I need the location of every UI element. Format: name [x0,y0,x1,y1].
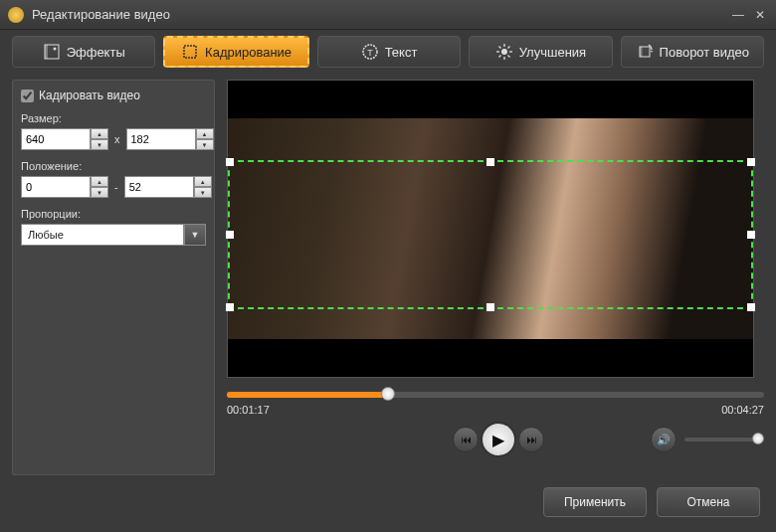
skip-forward-icon: ⏭ [526,434,537,445]
timeline-slider[interactable] [227,392,764,398]
crop-handle[interactable] [486,158,494,166]
volume-thumb[interactable] [752,433,764,444]
tab-label: Кадрирование [205,45,291,60]
pos-x-input[interactable] [21,176,91,198]
tab-label: Улучшения [519,45,586,60]
enhance-icon [495,43,513,61]
tab-crop[interactable]: Кадрирование [163,36,308,68]
crop-handle[interactable] [747,231,755,239]
window-buttons: — ✕ [730,7,768,23]
crop-handle[interactable] [747,303,755,311]
apply-button[interactable]: Применить [543,487,647,517]
svg-marker-17 [651,51,653,53]
minimize-button[interactable]: — [730,7,746,23]
effects-icon [43,43,61,61]
tab-label: Текст [385,45,418,60]
svg-rect-1 [45,45,48,59]
width-input[interactable] [21,128,91,150]
up-arrow-icon[interactable]: ▲ [91,128,108,139]
crop-checkbox[interactable] [21,89,34,102]
position-label: Положение: [21,160,206,172]
next-button[interactable]: ⏭ [518,427,544,452]
up-arrow-icon[interactable]: ▲ [194,176,212,187]
play-button[interactable]: ▶ [481,422,516,457]
crop-checkbox-label: Кадировать видео [39,89,140,102]
volume-button[interactable]: 🔊 [651,427,677,452]
down-arrow-icon[interactable]: ▼ [196,139,214,150]
position-separator: - [112,181,120,193]
svg-rect-16 [640,47,643,57]
window-title: Редактирование видео [32,7,730,22]
up-arrow-icon[interactable]: ▲ [91,176,108,187]
svg-line-13 [498,56,500,58]
tab-label: Эффекты [67,45,125,60]
height-input[interactable] [126,128,196,150]
size-row: ▲▼ x ▲▼ [21,128,206,150]
volume-slider[interactable] [684,438,764,442]
crop-rectangle[interactable] [228,160,753,309]
prev-button[interactable]: ⏮ [453,427,479,452]
crop-panel: Кадировать видео Размер: ▲▼ x ▲▼ Положен… [12,80,215,475]
current-time: 00:01:17 [227,404,270,416]
preview-area: 00:01:17 00:04:27 ⏮ ▶ ⏭ 🔊 [227,80,764,475]
position-row: ▲▼ - ▲▼ [21,176,206,198]
up-arrow-icon[interactable]: ▲ [196,128,214,139]
timeline-thumb[interactable] [381,387,395,401]
crop-handle[interactable] [226,158,234,166]
titlebar: Редактирование видео — ✕ [0,0,776,30]
skip-back-icon: ⏮ [461,434,472,445]
ratio-value[interactable]: Любые [21,224,184,246]
svg-line-11 [498,47,500,49]
speaker-icon: 🔊 [657,434,671,446]
timeline-progress [227,392,388,398]
time-row: 00:01:17 00:04:27 [227,404,764,416]
crop-handle[interactable] [486,303,494,311]
down-arrow-icon[interactable]: ▼ [194,187,212,198]
play-icon: ▶ [492,431,504,449]
height-spinner[interactable]: ▲▼ [126,128,214,150]
crop-icon [181,43,199,61]
tab-bar: Эффекты Кадрирование T Текст Улучшения П… [0,30,776,74]
rotate-icon [636,43,654,61]
size-separator: x [112,133,122,145]
pos-x-spinner[interactable]: ▲▼ [21,176,108,198]
close-button[interactable]: ✕ [752,7,768,23]
svg-point-2 [53,48,56,51]
pos-y-input[interactable] [124,176,194,198]
width-spinner[interactable]: ▲▼ [21,128,108,150]
down-arrow-icon[interactable]: ▼ [91,139,108,150]
crop-handle[interactable] [226,231,234,239]
ratio-select[interactable]: Любые ▼ [21,224,206,246]
cancel-button[interactable]: Отмена [657,487,760,517]
tab-label: Поворот видео [660,45,750,60]
app-icon [8,7,24,23]
svg-rect-3 [184,46,196,58]
tab-effects[interactable]: Эффекты [12,36,155,68]
tab-text[interactable]: T Текст [317,36,461,68]
svg-text:T: T [367,48,373,58]
svg-line-14 [507,47,509,49]
ratio-label: Пропорции: [21,208,206,220]
svg-line-12 [507,56,509,58]
pos-y-spinner[interactable]: ▲▼ [124,176,212,198]
player-controls: ⏮ ▶ ⏭ 🔊 [227,422,764,457]
footer: Применить Отмена [0,475,776,529]
dropdown-icon[interactable]: ▼ [184,224,206,246]
text-icon: T [361,43,379,61]
total-time: 00:04:27 [721,404,764,416]
video-preview[interactable] [227,80,754,378]
crop-handle[interactable] [226,303,234,311]
tab-rotate[interactable]: Поворот видео [621,36,764,68]
tab-enhance[interactable]: Улучшения [469,36,612,68]
size-label: Размер: [21,112,206,124]
crop-checkbox-row[interactable]: Кадировать видео [21,89,206,102]
down-arrow-icon[interactable]: ▼ [91,187,108,198]
svg-point-6 [501,49,507,55]
crop-handle[interactable] [747,158,755,166]
